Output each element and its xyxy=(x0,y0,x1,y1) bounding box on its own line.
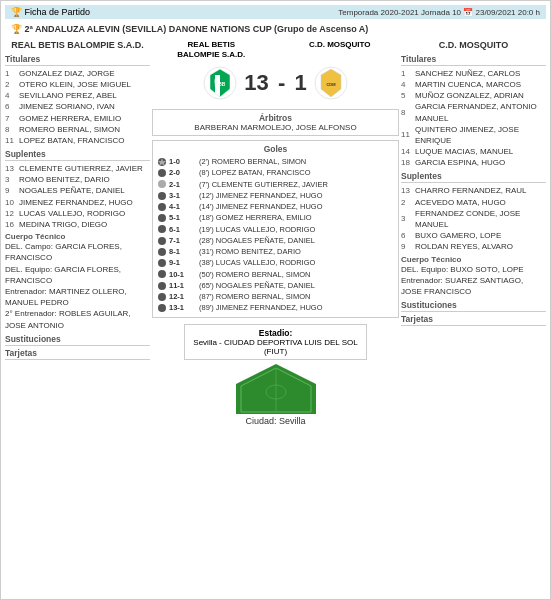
home-titulares-label: Titulares xyxy=(5,54,150,66)
list-item: 1SANCHEZ NUÑEZ, CARLOS xyxy=(401,68,546,79)
header-title: 🏆 Ficha de Partido xyxy=(11,7,90,17)
goal-row: 6-1 (19') LUCAS VALLEJO, RODRIGO xyxy=(157,224,394,235)
header-bar: 🏆 Ficha de Partido Temporada 2020-2021 J… xyxy=(5,5,546,19)
svg-point-8 xyxy=(158,192,166,200)
list-item: 9NOGALES PEÑATE, DANIEL xyxy=(5,185,150,196)
goal-row: 1-0 (2') ROMERO BERNAL, SIMON xyxy=(157,156,394,167)
list-item: 3FERNANDEZ CONDE, JOSE MANUEL xyxy=(401,208,546,230)
ball-icon xyxy=(157,191,167,201)
home-staff-label: Cuerpo Técnico xyxy=(5,232,150,241)
list-item: 9ROLDAN REYES, ALVARO xyxy=(401,241,546,252)
away-staff: DEL. Equipo: BUXO SOTO, LOPE Entrenador:… xyxy=(401,264,546,298)
goal-row: 7-1 (28') NOGALES PEÑATE, DANIEL xyxy=(157,235,394,246)
list-item: 4SEVILLANO PEREZ, ABEL xyxy=(5,90,150,101)
estadio-label: Estadio: xyxy=(193,328,357,338)
svg-point-13 xyxy=(158,248,166,256)
list-item: 11QUINTERO JIMENEZ, JOSE ENRIQUE xyxy=(401,124,546,146)
list-item: 18GARCIA ESPINA, HUGO xyxy=(401,157,546,168)
goles-box: Goles 1-0 (2') ROMERO BERNAL, SIMON 2-0 … xyxy=(152,140,399,318)
away-suplentes-label: Suplentes xyxy=(401,171,546,183)
goal-row: 2-0 (8') LOPEZ BATAN, FRANCISCO xyxy=(157,167,394,178)
away-team-section: C.D. MOSQUITO Titulares 1SANCHEZ NUÑEZ, … xyxy=(401,40,546,426)
ball-icon xyxy=(157,292,167,302)
arbitros-name: BARBERAN MARMOLEJO, JOSE ALFONSO xyxy=(159,123,392,132)
svg-point-14 xyxy=(158,259,166,267)
list-item: 12LUCAS VALLEJO, RODRIGO xyxy=(5,208,150,219)
home-staff: DEL. Campo: GARCIA FLORES, FRANCISCO DEL… xyxy=(5,241,150,331)
away-titulares-list: 1SANCHEZ NUÑEZ, CARLOS 4MARTIN CUENCA, M… xyxy=(401,68,546,169)
list-item: 1GONZALEZ DIAZ, JORGE xyxy=(5,68,150,79)
home-team-name: REAL BETIS BALOMPIE S.A.D. xyxy=(5,40,150,51)
ball-icon xyxy=(157,157,167,167)
list-item: 3ROMO BENITEZ, DARIO xyxy=(5,174,150,185)
list-item: 2OTERO KLEIN, JOSE MIGUEL xyxy=(5,79,150,90)
list-item: 14LUQUE MACIAS, MANUEL xyxy=(401,146,546,157)
ball-icon xyxy=(157,303,167,313)
goal-row: 5-1 (18') GOMEZ HERRERA, EMILIO xyxy=(157,212,394,223)
list-item: 8GARCIA FERNANDEZ, ANTONIO MANUEL xyxy=(401,101,546,123)
goal-row: 12-1 (87') ROMERO BERNAL, SIMON xyxy=(157,291,394,302)
ball-icon xyxy=(157,179,167,189)
ball-icon xyxy=(157,269,167,279)
arbitros-box: Árbitros BARBERAN MARMOLEJO, JOSE ALFONS… xyxy=(152,109,399,136)
center-section: REAL BETISBALOMPIE S.A.D. C.D. MOSQUITO … xyxy=(152,40,399,426)
goal-row: 8-1 (31') ROMO BENITEZ, DARIO xyxy=(157,246,394,257)
svg-point-15 xyxy=(158,270,166,278)
home-titulares-list: 1GONZALEZ DIAZ, JORGE 2OTERO KLEIN, JOSE… xyxy=(5,68,150,146)
svg-point-18 xyxy=(158,304,166,312)
list-item: 2ACEVEDO MATA, HUGO xyxy=(401,197,546,208)
list-item: 5MUÑOZ GONZALEZ, ADRIAN xyxy=(401,90,546,101)
goles-title: Goles xyxy=(157,144,394,154)
estadio-box: Estadio: Sevilla - CIUDAD DEPORTIVA LUIS… xyxy=(184,324,366,426)
svg-point-9 xyxy=(158,203,166,211)
away-titulares-label: Titulares xyxy=(401,54,546,66)
away-suplentes-list: 13CHARRO FERNANDEZ, RAUL 2ACEVEDO MATA, … xyxy=(401,185,546,252)
svg-text:CDM: CDM xyxy=(326,82,336,87)
home-name-center: REAL BETISBALOMPIE S.A.D. xyxy=(152,40,271,59)
list-item: 4MARTIN CUENCA, MARCOS xyxy=(401,79,546,90)
goal-row: 11-1 (65') NOGALES PEÑATE, DANIEL xyxy=(157,280,394,291)
estadio-name: Sevilla - CIUDAD DEPORTIVA LUIS DEL SOL … xyxy=(193,338,357,356)
ball-icon xyxy=(157,213,167,223)
ball-icon xyxy=(157,236,167,246)
season-info: Temporada 2020-2021 Jornada 10 📅 23/09/2… xyxy=(338,8,540,17)
home-tarjetas-label: Tarjetas xyxy=(5,348,150,360)
list-item: 6BUXO GAMERO, LOPE xyxy=(401,230,546,241)
ciudad-display: Ciudad: Sevilla xyxy=(184,416,366,426)
goal-row: 3-1 (12') JIMENEZ FERNANDEZ, HUGO xyxy=(157,190,394,201)
goal-row: 10-1 (50') ROMERO BERNAL, SIMON xyxy=(157,269,394,280)
svg-text:RBB: RBB xyxy=(215,81,226,87)
svg-point-17 xyxy=(158,293,166,301)
list-item: 13CLEMENTE GUTIERREZ, JAVIER xyxy=(5,163,150,174)
field-diagram xyxy=(236,364,316,414)
ball-icon xyxy=(157,247,167,257)
score-text: 13 - 1 xyxy=(244,70,306,95)
list-item: 8ROMERO BERNAL, SIMON xyxy=(5,124,150,135)
svg-point-12 xyxy=(158,237,166,245)
goal-row: 4-1 (14') JIMENEZ FERNANDEZ, HUGO xyxy=(157,201,394,212)
list-item: 10JIMENEZ FERNANDEZ, HUGO xyxy=(5,197,150,208)
goal-row: 13-1 (89') JIMENEZ FERNANDEZ, HUGO xyxy=(157,302,394,313)
arbitros-title: Árbitros xyxy=(159,113,392,123)
away-name-center: C.D. MOSQUITO xyxy=(280,40,399,59)
ball-icon xyxy=(157,258,167,268)
list-item: 11LOPEZ BATAN, FRANCISCO xyxy=(5,135,150,146)
list-item: 13CHARRO FERNANDEZ, RAUL xyxy=(401,185,546,196)
home-logo: RBB xyxy=(202,65,238,101)
away-sustituciones-label: Sustituciones xyxy=(401,300,546,312)
ball-icon xyxy=(157,202,167,212)
svg-point-10 xyxy=(158,214,166,222)
away-tarjetas-label: Tarjetas xyxy=(401,314,546,326)
main-content: REAL BETIS BALOMPIE S.A.D. Titulares 1GO… xyxy=(5,40,546,426)
list-item: 16MEDINA TRIGO, DIEGO xyxy=(5,219,150,230)
away-logo: CDM xyxy=(313,65,349,101)
away-staff-label: Cuerpo Técnico xyxy=(401,255,546,264)
goal-row: 2-1 (7') CLEMENTE GUTIERREZ, JAVIER xyxy=(157,179,394,190)
goal-row: 9-1 (38') LUCAS VALLEJO, RODRIGO xyxy=(157,257,394,268)
svg-point-16 xyxy=(158,282,166,290)
competition-title: 🏆 2ª ANDALUZA ALEVIN (SEVILLA) DANONE NA… xyxy=(5,22,546,36)
svg-point-6 xyxy=(158,169,166,177)
home-suplentes-label: Suplentes xyxy=(5,149,150,161)
home-sustituciones-label: Sustituciones xyxy=(5,334,150,346)
page: 🏆 Ficha de Partido Temporada 2020-2021 J… xyxy=(0,0,551,600)
